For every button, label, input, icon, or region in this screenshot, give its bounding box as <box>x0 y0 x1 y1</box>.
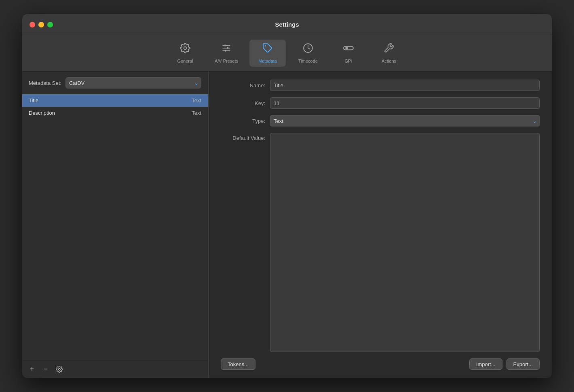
svg-point-10 <box>345 47 348 50</box>
metadata-row-description[interactable]: Description Text <box>22 107 208 119</box>
svg-point-6 <box>225 50 226 51</box>
svg-point-5 <box>227 47 228 49</box>
key-input[interactable] <box>270 97 540 109</box>
left-bottom-toolbar: + − <box>22 360 208 378</box>
minimize-button[interactable] <box>38 22 44 27</box>
tab-actions[interactable]: Actions <box>371 40 407 67</box>
type-select[interactable]: Text Number Date Boolean List <box>270 115 540 126</box>
name-row: Name: <box>221 80 540 91</box>
svg-point-11 <box>59 368 61 370</box>
tab-timecode-label: Timecode <box>298 59 318 63</box>
tab-gpi-label: GPI <box>345 59 352 63</box>
name-input[interactable] <box>270 80 540 91</box>
clock-icon <box>303 43 313 56</box>
type-row: Type: Text Number Date Boolean List ⌄ <box>221 115 540 126</box>
svg-point-0 <box>184 47 187 50</box>
tag-icon <box>262 43 273 56</box>
type-label: Type: <box>221 118 265 124</box>
metadata-row-type: Text <box>192 110 201 116</box>
remove-button[interactable]: − <box>40 364 51 375</box>
import-button[interactable]: Import... <box>469 358 502 370</box>
export-button[interactable]: Export... <box>506 358 540 370</box>
tab-metadata-label: Metadata <box>258 59 277 63</box>
add-button[interactable]: + <box>26 364 38 375</box>
metadata-set-select[interactable]: CatDV Custom XMP <box>65 77 201 89</box>
settings-window: Settings General <box>22 14 552 378</box>
right-panel: Name: Key: Type: Text Number Date Boolea… <box>209 72 552 378</box>
metadata-row-name: Title <box>29 97 192 103</box>
metadata-list: Title Text Description Text <box>22 94 208 360</box>
key-row: Key: <box>221 97 540 109</box>
svg-rect-9 <box>344 46 353 50</box>
svg-point-4 <box>224 44 226 46</box>
tab-gpi[interactable]: GPI <box>330 40 367 67</box>
tab-av-presets[interactable]: A/V Presets <box>207 40 245 67</box>
window-title: Settings <box>275 21 299 28</box>
key-label: Key: <box>221 100 265 106</box>
wrench-icon <box>384 43 394 56</box>
type-select-wrapper: Text Number Date Boolean List ⌄ <box>270 115 540 126</box>
metadata-row-name: Description <box>29 110 192 116</box>
tab-timecode[interactable]: Timecode <box>290 40 326 67</box>
tab-metadata[interactable]: Metadata <box>249 40 286 67</box>
toolbar: General A/V Presets <box>22 35 552 72</box>
metadata-set-label: Metadata Set: <box>29 80 61 86</box>
settings-icon-button[interactable] <box>54 364 65 375</box>
bottom-buttons: Tokens... Import... Export... <box>221 358 540 370</box>
name-label: Name: <box>221 82 265 89</box>
window-controls <box>30 22 53 27</box>
sliders-icon <box>221 43 232 56</box>
main-content: Metadata Set: CatDV Custom XMP ⌄ Title T… <box>22 72 552 378</box>
tab-general[interactable]: General <box>167 40 203 67</box>
tab-actions-label: Actions <box>382 59 396 63</box>
left-panel: Metadata Set: CatDV Custom XMP ⌄ Title T… <box>22 72 208 378</box>
default-value-row: Default Value: <box>221 133 540 352</box>
metadata-row-title[interactable]: Title Text <box>22 94 208 107</box>
metadata-row-type: Text <box>192 97 201 103</box>
maximize-button[interactable] <box>47 22 53 27</box>
gear-icon <box>180 43 190 56</box>
default-value-textarea[interactable] <box>270 133 540 352</box>
close-button[interactable] <box>30 22 35 27</box>
metadata-set-select-wrapper: CatDV Custom XMP ⌄ <box>65 77 201 89</box>
tokens-button[interactable]: Tokens... <box>221 358 255 370</box>
metadata-set-row: Metadata Set: CatDV Custom XMP ⌄ <box>22 72 208 94</box>
titlebar: Settings <box>22 14 552 35</box>
tab-av-presets-label: A/V Presets <box>215 59 238 63</box>
toggle-icon <box>343 43 354 56</box>
tab-general-label: General <box>177 59 193 63</box>
default-value-label: Default Value: <box>221 133 265 141</box>
import-export-group: Import... Export... <box>469 358 540 370</box>
